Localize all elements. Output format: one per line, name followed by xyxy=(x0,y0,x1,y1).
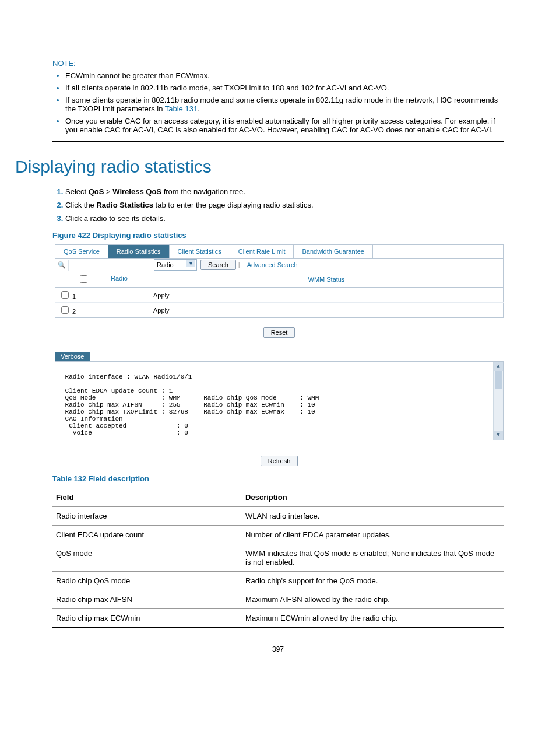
field-name: Radio chip max AIFSN xyxy=(52,590,242,609)
tab-bandwidth-guarantee[interactable]: Bandwidth Guarantee xyxy=(294,245,372,258)
note-list: ECWmin cannot be greater than ECWmax. If… xyxy=(52,71,504,134)
step-1: Select QoS > Wireless QoS from the navig… xyxy=(65,187,245,196)
radio-id: 2 xyxy=(72,308,76,315)
field-desc: Maximum AIFSN allowed by the radio chip. xyxy=(242,590,504,609)
fig-tabs: QoS Service Radio Statistics Client Stat… xyxy=(55,244,504,259)
col-radio: Radio xyxy=(55,271,150,288)
refresh-row: Refresh xyxy=(55,456,504,466)
wmm-status: Apply xyxy=(150,288,504,303)
note-item-4: Once you enable CAC for an access catego… xyxy=(65,117,495,134)
wmm-status: Apply xyxy=(150,303,504,318)
table-row[interactable]: 2 Apply xyxy=(55,303,504,318)
row-checkbox[interactable] xyxy=(61,306,69,314)
tab-qos-service[interactable]: QoS Service xyxy=(55,245,108,258)
note-item-1: ECWmin cannot be greater than ECWmax. xyxy=(65,71,210,80)
note-item-3-text: If some clients operate in 802.11b radio… xyxy=(65,96,498,113)
tab-client-statistics[interactable]: Client Statistics xyxy=(170,245,230,258)
top-rule xyxy=(52,52,504,53)
search-button[interactable]: Search xyxy=(200,260,236,270)
search-divider: | xyxy=(236,261,242,268)
steps-list: Select QoS > Wireless QoS from the navig… xyxy=(52,187,504,223)
advanced-search-link[interactable]: Advanced Search xyxy=(242,261,298,268)
page-number: 397 xyxy=(52,645,504,653)
th-description: Description xyxy=(242,488,504,507)
table-row[interactable]: 1 Apply xyxy=(55,288,504,303)
figure-422: QoS Service Radio Statistics Client Stat… xyxy=(55,244,504,466)
note-heading: NOTE: xyxy=(52,59,504,68)
field-name: QoS mode xyxy=(52,544,242,572)
reset-row: Reset xyxy=(55,327,504,338)
tab-radio-statistics[interactable]: Radio Statistics xyxy=(108,245,170,258)
field-desc: Radio chip's support for the QoS mode. xyxy=(242,572,504,590)
verbose-text: ----------------------------------------… xyxy=(61,366,357,436)
field-name: Radio chip max ECWmin xyxy=(52,609,242,628)
radio-id: 1 xyxy=(72,293,76,300)
note-item-3: If some clients operate in 802.11b radio… xyxy=(65,96,498,113)
scroll-down-icon[interactable]: ▼ xyxy=(494,430,503,440)
select-all-checkbox[interactable] xyxy=(80,275,87,283)
step-3: Click a radio to see its details. xyxy=(65,214,166,223)
scrollbar[interactable]: ▲▼ xyxy=(493,362,503,440)
field-name: Radio chip QoS mode xyxy=(52,572,242,590)
radio-table: Radio WMM Status 1 Apply 2 Apply xyxy=(55,271,504,318)
search-field-select[interactable]: Radio xyxy=(154,259,197,271)
row-checkbox[interactable] xyxy=(61,291,69,299)
section-title: Displaying radio statistics xyxy=(15,157,504,177)
table-131-link[interactable]: Table 131 xyxy=(165,104,198,113)
note-bottom-rule xyxy=(52,141,504,142)
note-item-2: If all clients operate in 802.11b radio … xyxy=(65,83,389,92)
field-name: Radio interface xyxy=(52,507,242,526)
scroll-thumb[interactable] xyxy=(495,371,502,388)
table-132-caption: Table 132 Field description xyxy=(52,474,504,483)
search-input[interactable] xyxy=(69,260,154,270)
verbose-output: ----------------------------------------… xyxy=(55,361,504,440)
reset-button[interactable]: Reset xyxy=(263,327,295,338)
tab-spacer xyxy=(373,245,503,258)
scroll-up-icon[interactable]: ▲ xyxy=(494,362,503,371)
verbose-tab[interactable]: Verbose xyxy=(55,352,90,361)
field-desc: WMM indicates that QoS mode is enabled; … xyxy=(242,544,504,572)
figure-caption: Figure 422 Displaying radio statistics xyxy=(52,231,504,240)
note-item-3-period: . xyxy=(198,104,200,113)
table-132: Field Description Radio interfaceWLAN ra… xyxy=(52,488,504,628)
field-desc: Number of client EDCA parameter updates. xyxy=(242,526,504,544)
tab-client-rate-limit[interactable]: Client Rate Limit xyxy=(230,245,294,258)
search-row: 🔍 Radio Search | Advanced Search xyxy=(55,259,504,271)
th-field: Field xyxy=(52,488,242,507)
field-desc: Maximum ECWmin allowed by the radio chip… xyxy=(242,609,504,628)
step-2: Click the Radio Statistics tab to enter … xyxy=(65,201,314,209)
field-desc: WLAN radio interface. xyxy=(242,507,504,526)
refresh-button[interactable]: Refresh xyxy=(261,456,298,466)
col-wmm-status: WMM Status xyxy=(150,271,504,288)
search-icon: 🔍 xyxy=(55,260,69,271)
field-name: Client EDCA update count xyxy=(52,526,242,544)
